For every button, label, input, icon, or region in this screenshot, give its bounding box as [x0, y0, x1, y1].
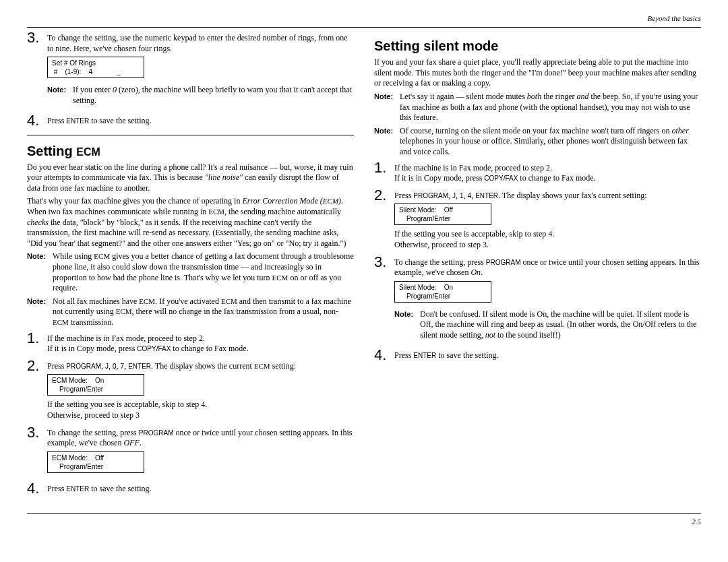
t: If it is in Copy mode, press COPY/FAX to…	[47, 344, 354, 354]
step-body: Press PROGRAM, J, 0, 7, ENTER. The displ…	[47, 358, 354, 421]
silent-step3: 3. To change the setting, press PROGRAM …	[374, 255, 701, 344]
t: Of course, turning on the silent mode on…	[400, 126, 672, 135]
lcd-line1: ECM Mode: On	[52, 376, 140, 385]
step-body: Press ENTER to save the setting.	[394, 348, 701, 361]
key-label: ENTER	[66, 117, 89, 125]
note-label: Note:	[374, 92, 400, 123]
t: To change the setting, press PROGRAM onc…	[47, 428, 354, 449]
page-number: 2.5	[692, 518, 701, 526]
t: setting:	[270, 361, 296, 371]
step-number: 4.	[27, 113, 47, 128]
left-step3: 3. To change the setting, use the numeri…	[27, 30, 354, 108]
key-label: COPY/FAX	[484, 175, 518, 182]
t: To change the setting, press PROGRAM onc…	[394, 257, 701, 278]
t: Error Correction Mode (	[242, 196, 322, 206]
key-label: ENTER	[413, 352, 436, 359]
lcd-line1: ECM Mode: Off	[52, 454, 140, 462]
step-body: To change the setting, press PROGRAM onc…	[394, 255, 701, 344]
note-body: Not all fax machines have ECM. If you've…	[53, 296, 354, 328]
t: the ringer	[541, 92, 576, 101]
t: Press	[394, 191, 413, 200]
note-body: Of course, turning on the silent mode on…	[400, 126, 701, 158]
t: checks	[27, 218, 49, 227]
t: ECM	[94, 252, 110, 260]
t: to change to Fax mode.	[171, 344, 248, 353]
step-number: 4.	[27, 481, 47, 496]
t: to save the setting.	[89, 116, 151, 125]
t: telephones in your house or office. Simi…	[400, 136, 688, 156]
t: .	[140, 438, 142, 447]
t: , there will no change in the fax transm…	[132, 307, 339, 316]
silent-note2: Note: Of course, turning on the silent m…	[374, 126, 701, 158]
t: to save the setting.	[436, 350, 498, 360]
heading-setting-ecm: Setting ECM	[27, 142, 354, 160]
t: To change the setting, press	[394, 257, 486, 267]
silent-p1: If you and your fax share a quiet place,…	[374, 57, 701, 89]
ecm-step1: 1. If the machine is in Fax mode, procee…	[27, 331, 354, 354]
t: to the sound itself!)	[495, 330, 561, 340]
ecm-step4: 4. Press ENTER to save the setting.	[27, 481, 354, 496]
key-label: PROGRAM	[413, 192, 448, 199]
key-label: PROGRAM	[486, 259, 521, 266]
page: Beyond the basics 3. To change the setti…	[27, 13, 701, 526]
t: Not all fax machines have	[53, 296, 139, 306]
key-label: ENTER	[128, 363, 151, 370]
t: to save the setting.	[89, 484, 151, 493]
t: Press PROGRAM, J, 0, 7, ENTER. The displ…	[47, 361, 354, 372]
lcd-line2: Program/Enter	[399, 292, 487, 301]
t: transmission.	[69, 317, 114, 327]
step-body: If the machine is in Fax mode, proceed t…	[394, 160, 701, 184]
lcd-display: Silent Mode: Off Program/Enter	[394, 204, 491, 225]
t: Press	[47, 361, 66, 371]
columns: 3. To change the setting, use the numeri…	[27, 30, 701, 499]
t: Let's say it again — silent mode mutes	[400, 92, 527, 101]
t: OFF	[123, 438, 139, 447]
t: . If you've activated	[155, 296, 221, 306]
note-label: Note:	[374, 126, 400, 158]
step-body: To change the setting, press PROGRAM onc…	[47, 425, 354, 477]
ecm-step2: 2. Press PROGRAM, J, 0, 7, ENTER. The di…	[27, 358, 354, 421]
t: to change to Fax mode.	[518, 173, 595, 183]
t: If it is in Copy mode, press COPY/FAX to…	[394, 173, 701, 184]
t: If it is in Copy mode, press	[394, 173, 484, 183]
header-section: Beyond the basics	[27, 13, 701, 23]
silent-step1: 1. If the machine is in Fax mode, procee…	[374, 160, 701, 184]
t: ECM	[323, 197, 338, 205]
step-number: 4.	[374, 348, 394, 363]
right-column: Setting silent mode If you and your fax …	[374, 30, 701, 499]
t: If the setting you see is acceptable, sk…	[394, 229, 701, 240]
step-number: 2.	[374, 188, 394, 203]
lcd-display: ECM Mode: Off Program/Enter	[47, 451, 144, 473]
footer: 2.5	[27, 513, 701, 526]
note: Note: Don't be confused. If silent mode …	[394, 309, 701, 341]
step-number: 3.	[27, 425, 47, 440]
t: ECM	[139, 297, 155, 305]
lcd-line2: Program/Enter	[52, 385, 140, 394]
step-text: To change the setting, use the numeric k…	[47, 33, 354, 54]
lcd-display: Silent Mode: On Program/Enter	[394, 281, 491, 303]
note-label: Note:	[47, 85, 73, 106]
ecm-note1: Note: While using ECM gives you a better…	[27, 251, 354, 293]
rule	[27, 135, 354, 135]
left-step4: 4. Press ENTER to save the setting.	[27, 113, 354, 128]
lcd-line1: Set # Of Rings	[52, 59, 140, 67]
silent-step2: 2. Press PROGRAM, J, 1, 4, ENTER. The di…	[374, 188, 701, 251]
t: Press	[394, 350, 413, 360]
step-body: Press ENTER to save the setting.	[47, 113, 354, 127]
step-number: 3.	[27, 30, 47, 45]
t: That's why your fax machine gives you th…	[27, 196, 242, 206]
t: the data, "block" by "block," as it send…	[27, 218, 346, 248]
ecm-step3: 3. To change the setting, press PROGRAM …	[27, 425, 354, 477]
t: ECM	[76, 146, 100, 158]
step-number: 1.	[27, 331, 47, 346]
silent-step4: 4. Press ENTER to save the setting.	[374, 348, 701, 363]
t: On	[471, 268, 481, 277]
note-body: Let's say it again — silent mode mutes b…	[400, 92, 701, 123]
t: . The display shows your fax's current s…	[498, 191, 647, 200]
t: ECM	[208, 208, 224, 216]
lcd-line1: Silent Mode: Off	[399, 206, 487, 214]
ecm-note2: Note: Not all fax machines have ECM. If …	[27, 296, 354, 328]
key-label: PROGRAM	[139, 429, 174, 437]
ecm-p2: That's why your fax machine gives you th…	[27, 196, 354, 249]
t: both	[527, 92, 541, 101]
